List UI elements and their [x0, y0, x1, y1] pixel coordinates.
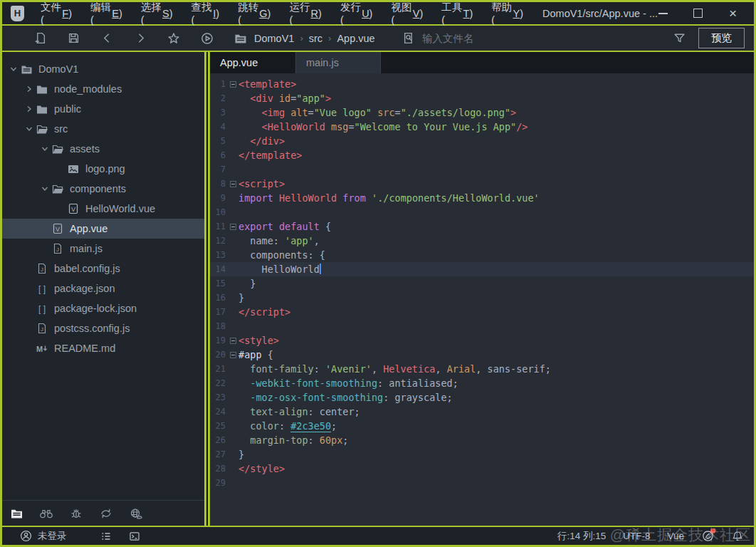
tree-item-label: App.vue	[70, 223, 107, 234]
login-status[interactable]: 未登录	[38, 530, 67, 543]
back-icon[interactable]	[100, 32, 113, 45]
tree-item-label: DomoV1	[38, 63, 78, 75]
chevron-right-icon[interactable]	[23, 85, 35, 93]
code-text: <img alt="Vue logo" src="./assets/logo.p…	[238, 105, 516, 120]
fold-marker-icon[interactable]	[227, 81, 238, 88]
menu-item[interactable]: 选择(S)	[132, 2, 182, 24]
close-icon[interactable]: ×	[728, 8, 738, 19]
tree-item-babel-config-js[interactable]: Jbabel.config.js	[2, 259, 204, 278]
chevron-down-icon[interactable]	[39, 145, 51, 152]
menu-item[interactable]: 运行(R)	[280, 2, 331, 24]
fold-marker-icon[interactable]	[227, 338, 238, 344]
code-line: 29	[210, 476, 754, 490]
tree-item-domov1[interactable]: DomoV1	[2, 59, 204, 79]
code-line: 13 components: {	[210, 248, 754, 262]
window-title: DomoV1/src/App.vue - ...	[542, 8, 658, 19]
chevron-down-icon[interactable]	[23, 125, 35, 132]
save-icon[interactable]	[67, 32, 80, 45]
menu-item[interactable]: 工具(T)	[432, 2, 482, 24]
code-text: <template>	[238, 77, 296, 91]
menu-item[interactable]: 视图(V)	[382, 2, 432, 24]
tree-item-helloworld-vue[interactable]: VHelloWorld.vue	[2, 199, 204, 219]
editor-tab-app-vue[interactable]: App.vue	[210, 52, 295, 73]
maximize-icon[interactable]	[693, 8, 703, 19]
sync-icon[interactable]	[99, 506, 113, 521]
code-area[interactable]: 1<template>2 <div id="app">3 <img alt="V…	[210, 73, 754, 526]
breadcrumb-item[interactable]: App.vue	[337, 33, 374, 44]
breadcrumb-item[interactable]: DomoV1	[254, 33, 294, 44]
chevron-right-icon[interactable]	[23, 105, 35, 113]
line-number: 9	[210, 191, 227, 205]
json-file-icon: [ ]	[35, 283, 49, 294]
code-line: 23 -moz-osx-font-smoothing: grayscale;	[210, 390, 754, 405]
menu-item[interactable]: 文件(F)	[31, 2, 81, 24]
code-text: </template>	[238, 148, 302, 162]
line-number: 24	[210, 405, 227, 419]
bell-icon[interactable]	[731, 530, 744, 543]
hbuilderx-logo-icon: H	[11, 6, 24, 21]
code-line: 3 <img alt="Vue logo" src="./assets/logo…	[210, 105, 754, 120]
globe-icon[interactable]	[129, 506, 143, 521]
toolbar: DomoV1 › src › App.vue 预览	[2, 26, 754, 52]
js-file-icon: J	[35, 323, 49, 334]
community-icon[interactable]	[701, 530, 714, 543]
tree-item-assets[interactable]: assets	[2, 139, 204, 159]
search-input[interactable]	[422, 33, 636, 44]
chevron-down-icon[interactable]	[8, 66, 19, 73]
menu-item[interactable]: 帮助(Y)	[482, 2, 532, 24]
code-line: 19<style>	[210, 333, 754, 348]
bug-icon[interactable]	[69, 506, 83, 521]
tree-item-package-json[interactable]: [ ]package.json	[2, 278, 204, 298]
fold-marker-icon[interactable]	[227, 181, 238, 187]
tree-item-postcss-config-js[interactable]: Jpostcss.config.js	[2, 318, 204, 338]
run-icon[interactable]	[201, 32, 214, 45]
chevron-down-icon[interactable]	[39, 185, 51, 192]
tree-item-main-js[interactable]: Jmain.js	[2, 239, 204, 259]
file-tree: DomoV1node_modulespublicsrcassetslogo.pn…	[2, 52, 204, 500]
funnel-icon[interactable]	[673, 32, 686, 45]
tree-item-public[interactable]: public	[2, 99, 204, 119]
tree-item-logo-png[interactable]: logo.png	[2, 159, 204, 179]
tree-item-node-modules[interactable]: node_modules	[2, 79, 204, 99]
tree-item-package-lock-json[interactable]: [ ]package-lock.json	[2, 298, 204, 318]
code-text: <style>	[238, 333, 279, 348]
menu-item[interactable]: 编辑(E)	[81, 2, 132, 24]
file-search-box	[402, 32, 673, 45]
fold-marker-icon[interactable]	[227, 224, 238, 230]
binoculars-icon[interactable]	[39, 506, 53, 521]
code-line: 11export default {	[210, 219, 754, 234]
code-text: import HelloWorld from './components/Hel…	[238, 191, 540, 205]
minimize-icon[interactable]	[658, 8, 668, 19]
account-icon[interactable]	[19, 530, 32, 543]
fold-marker-icon[interactable]	[227, 352, 238, 358]
tree-item-src[interactable]: src	[2, 119, 204, 139]
file-search-icon	[402, 32, 415, 45]
tree-item-app-vue[interactable]: VApp.vue	[2, 219, 204, 239]
code-line: 15 }	[210, 276, 754, 291]
editor-tab-main-js[interactable]: main.js	[295, 52, 381, 73]
menu-item[interactable]: 跳转(G)	[229, 2, 280, 24]
code-text: }	[238, 276, 256, 291]
encoding-indicator[interactable]: UTF-8	[623, 531, 650, 541]
notification-dot	[710, 528, 715, 533]
menu-item[interactable]: 发行(U)	[331, 2, 382, 24]
language-mode-indicator[interactable]: Vue	[667, 531, 684, 541]
tree-item-label: logo.png	[85, 163, 125, 174]
folder-icon	[35, 104, 49, 114]
code-text: }	[238, 447, 244, 462]
star-icon[interactable]	[167, 32, 180, 45]
line-col-indicator[interactable]: 行:14 列:15	[557, 530, 606, 543]
breadcrumb-item[interactable]: src	[309, 33, 322, 44]
task-list-icon[interactable]	[100, 530, 112, 543]
files-panel-icon[interactable]	[9, 506, 23, 521]
menu-item[interactable]: 查找(I)	[182, 2, 229, 24]
preview-button[interactable]: 预览	[698, 28, 745, 48]
terminal-icon[interactable]	[128, 530, 141, 543]
svg-text:[ ]: [ ]	[38, 304, 46, 314]
tree-item-components[interactable]: components	[2, 179, 204, 199]
code-line: 14 HelloWorld	[210, 262, 754, 276]
new-file-icon[interactable]	[33, 32, 46, 45]
line-number: 5	[210, 134, 227, 148]
forward-icon[interactable]	[134, 32, 147, 45]
tree-item-readme-md[interactable]: MREADME.md	[2, 338, 204, 358]
